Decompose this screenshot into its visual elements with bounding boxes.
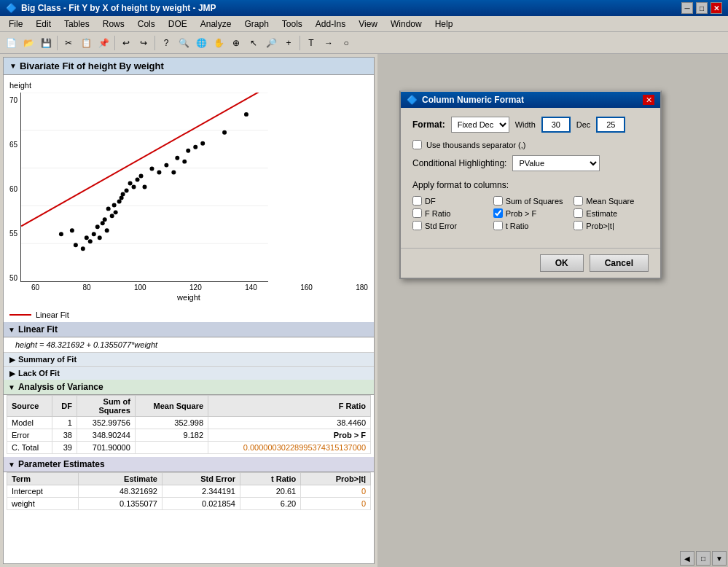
globe-button[interactable]: 🌐 (193, 35, 209, 51)
open-button[interactable]: 📂 (20, 35, 36, 51)
svg-line-5 (21, 93, 268, 226)
width-input[interactable] (541, 117, 571, 133)
menu-bar: File Edit Tables Rows Cols DOE Analyze G… (0, 16, 728, 32)
menu-analyze[interactable]: Analyze (195, 17, 238, 31)
apply-label: Apply format to columns: (412, 180, 649, 190)
target-button[interactable]: ⊕ (228, 35, 244, 51)
anova-collapse-icon[interactable]: ▼ (8, 383, 15, 391)
sum-squares-checkbox[interactable] (493, 196, 503, 206)
select-button[interactable]: ↖ (246, 35, 262, 51)
shape-button[interactable]: ○ (338, 35, 354, 51)
menu-doe[interactable]: DOE (163, 17, 193, 31)
anova-col-fr: F Ratio (208, 396, 371, 417)
cancel-button[interactable]: Cancel (590, 254, 649, 272)
thousands-checkbox[interactable] (412, 140, 422, 149)
bottom-btn-3[interactable]: ▼ (712, 551, 727, 566)
menu-window[interactable]: Window (385, 17, 428, 31)
f-ratio-checkbox[interactable] (412, 208, 422, 218)
summary-of-fit-header[interactable]: ▶ Summary of Fit (4, 353, 374, 366)
modal-overlay: 🔷 Column Numeric Format ✕ Format: Fixed … (377, 54, 728, 567)
menu-tools[interactable]: Tools (276, 17, 308, 31)
menu-cols[interactable]: Cols (132, 17, 161, 31)
prob-abs-t-checkbox[interactable] (574, 221, 583, 230)
lack-collapse-icon[interactable]: ▶ (9, 369, 15, 378)
minimize-button[interactable]: ─ (681, 2, 693, 14)
apply-mean-square: Mean Square (574, 196, 649, 206)
apply-estimate: Estimate (574, 208, 649, 218)
linear-fit-collapse-icon[interactable]: ▼ (8, 326, 15, 334)
dec-label: Dec (576, 120, 591, 129)
cut-button[interactable]: ✂ (60, 35, 77, 51)
close-button[interactable]: ✕ (711, 2, 722, 14)
menu-view[interactable]: View (353, 17, 383, 31)
dialog-close-button[interactable]: ✕ (643, 95, 654, 105)
chart-plot[interactable] (20, 93, 268, 282)
menu-help[interactable]: Help (429, 17, 459, 31)
redo-button[interactable]: ↪ (136, 35, 152, 51)
left-panel: ▼ Bivariate Fit of height By weight heig… (3, 57, 375, 564)
lack-of-fit-section: ▶ Lack Of Fit (4, 366, 374, 380)
param-col-tratio: t Ratio (240, 473, 300, 485)
hand-button[interactable]: ✋ (211, 35, 227, 51)
magnify-button[interactable]: 🔎 (263, 35, 279, 51)
menu-edit[interactable]: Edit (30, 17, 57, 31)
estimate-checkbox[interactable] (574, 208, 583, 218)
bivariate-collapse-icon[interactable]: ▼ (9, 62, 17, 70)
maximize-button[interactable]: □ (696, 2, 708, 14)
param-col-stderr: Std Error (162, 473, 240, 485)
anova-section-header: ▼ Analysis of Variance (4, 380, 374, 395)
save-button[interactable]: 💾 (38, 35, 54, 51)
legend-line-icon (9, 314, 31, 316)
param-table-wrapper: Term Estimate Std Error t Ratio Prob>|t|… (4, 472, 374, 513)
arrow-button[interactable]: → (321, 35, 337, 51)
anova-col-source: Source (7, 396, 52, 417)
linear-fit-section-header: ▼ Linear Fit (4, 322, 374, 337)
new-button[interactable]: 📄 (3, 35, 19, 51)
x-axis-labels: 60 80 100 120 140 160 180 (9, 282, 368, 292)
dialog-body: Format: Fixed Dec Width Dec Use thousand… (401, 108, 660, 248)
column-numeric-format-dialog: 🔷 Column Numeric Format ✕ Format: Fixed … (399, 90, 662, 279)
mean-square-checkbox[interactable] (574, 196, 583, 206)
menu-addins[interactable]: Add-Ins (310, 17, 351, 31)
copy-button[interactable]: 📋 (78, 35, 94, 51)
menu-rows[interactable]: Rows (97, 17, 130, 31)
paste-button[interactable]: 📌 (95, 35, 111, 51)
svg-point-40 (222, 130, 227, 135)
param-header-label: Parameter Estimates (18, 459, 105, 469)
menu-graph[interactable]: Graph (238, 17, 274, 31)
menu-tables[interactable]: Tables (58, 17, 95, 31)
ok-button[interactable]: OK (540, 254, 584, 272)
conditional-select[interactable]: PValue (512, 155, 600, 171)
std-error-checkbox[interactable] (412, 221, 422, 230)
svg-point-13 (95, 224, 100, 229)
lack-of-fit-header[interactable]: ▶ Lack Of Fit (4, 367, 374, 380)
undo-button[interactable]: ↩ (118, 35, 134, 51)
toolbar-separator-4 (300, 36, 300, 50)
help-tool-button[interactable]: ? (158, 35, 174, 51)
t-ratio-checkbox[interactable] (493, 221, 503, 230)
conditional-row: Conditional Highlighting: PValue (412, 155, 649, 171)
svg-point-18 (106, 206, 111, 211)
bottom-btn-1[interactable]: ◀ (680, 551, 694, 566)
format-select[interactable]: Fixed Dec (451, 117, 509, 133)
plus-button[interactable]: + (281, 35, 297, 51)
dialog-icon: 🔷 (407, 95, 418, 105)
text-button[interactable]: T (303, 35, 319, 51)
toolbar: 📄 📂 💾 ✂ 📋 📌 ↩ ↪ ? 🔍 🌐 ✋ ⊕ ↖ 🔎 + T → ○ (0, 32, 728, 54)
y-axis-labels: 70 65 60 55 50 (9, 93, 20, 282)
param-collapse-icon[interactable]: ▼ (8, 461, 15, 469)
svg-point-9 (81, 246, 85, 251)
dialog-title: Column Numeric Format (422, 95, 524, 105)
thousands-label: Use thousands separator (,) (426, 141, 525, 149)
bottom-btn-2[interactable]: □ (696, 551, 711, 566)
df-checkbox[interactable] (412, 196, 422, 206)
zoom-in-button[interactable]: 🔍 (176, 35, 192, 51)
svg-point-14 (98, 235, 102, 240)
toolbar-separator-3 (154, 36, 155, 50)
menu-file[interactable]: File (3, 17, 28, 31)
param-section-header: ▼ Parameter Estimates (4, 457, 374, 472)
prob-f-checkbox[interactable] (493, 208, 503, 218)
summary-collapse-icon[interactable]: ▶ (9, 356, 15, 364)
conditional-label: Conditional Highlighting: (412, 158, 506, 168)
dec-input[interactable] (596, 117, 625, 133)
